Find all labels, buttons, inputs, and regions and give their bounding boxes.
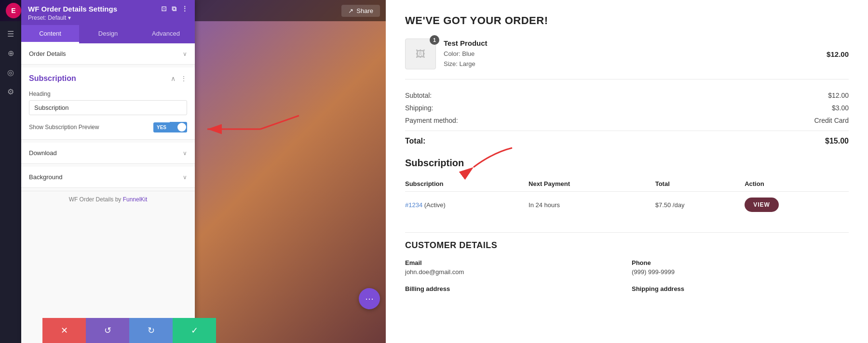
subscription-id-link[interactable]: #1234	[405, 201, 422, 209]
bottom-bar: ✕ ↺ ↻ ✓	[42, 318, 216, 343]
subscription-section: Subscription ∧ ⋮ Heading Show Subscripti…	[21, 67, 195, 140]
billing-label: Billing address	[405, 285, 622, 292]
download-section: Download ∨	[21, 143, 195, 164]
left-nav: ☰ ⊕ ◎ ⚙	[0, 21, 21, 343]
subscription-id-cell: #1234 (Active)	[405, 192, 529, 218]
subscription-arrow	[445, 143, 522, 182]
nav-icon-3[interactable]: ◎	[2, 64, 19, 81]
col-action: Action	[745, 176, 849, 192]
share-icon: ↗	[348, 7, 353, 14]
panel-title-icons: ⊡ ⧉ ⋮	[161, 5, 188, 13]
panel-content: Order Details ∨ Subscription ∧ ⋮ Heading	[21, 43, 195, 343]
col-next-payment: Next Payment	[529, 176, 655, 192]
tab-advanced[interactable]: Advanced	[137, 25, 195, 43]
product-image-placeholder-icon: 🖼	[416, 49, 425, 60]
subtotal-row: Subtotal: $12.00	[405, 89, 849, 102]
subscription-heading-wrapper: Subscription	[405, 158, 464, 169]
tab-content[interactable]: Content	[21, 25, 79, 43]
subtotal-value: $12.00	[828, 92, 849, 99]
panel-preset[interactable]: Preset: Default ▾	[28, 14, 188, 21]
subtotal-label: Subtotal:	[405, 92, 432, 99]
background-chevron-icon: ∨	[183, 174, 187, 181]
size-value: Large	[460, 60, 475, 67]
payment-row: Payment method: Credit Card	[405, 114, 849, 127]
download-section-header[interactable]: Download ∨	[29, 149, 187, 157]
phone-field: Phone (999) 999-9999	[632, 259, 849, 276]
settings-panel: WF Order Details Settings ⊡ ⧉ ⋮ Preset: …	[21, 0, 195, 343]
phone-label: Phone	[632, 259, 849, 266]
editor-panel: E ⊡ ⧉ ⋮ ↗ Share ☰ ⊕ ◎ ⚙ WF Order Details…	[0, 0, 386, 343]
show-preview-row: Show Subscription Preview YES	[29, 122, 187, 132]
panel-tabs: Content Design Advanced	[21, 25, 195, 43]
total-cell: $7.50 /day	[655, 192, 745, 218]
elementor-logo: E	[6, 3, 21, 18]
panel-title-icon-crop[interactable]: ⊡	[161, 5, 167, 13]
product-info: Test Product Color: Blue Size: Large	[444, 39, 819, 69]
color-label: Color:	[444, 50, 461, 57]
save-button[interactable]: ✓	[173, 318, 216, 343]
toggle-yes-label: YES	[153, 122, 170, 132]
right-panel: WE'VE GOT YOUR ORDER! 🖼 1 Test Product C…	[386, 0, 868, 343]
toggle-wrapper[interactable]: YES	[153, 122, 187, 132]
nav-icon-4[interactable]: ⚙	[2, 83, 19, 100]
view-button[interactable]: VIEW	[745, 198, 779, 212]
product-name: Test Product	[444, 39, 819, 47]
subscription-table: Subscription Next Payment Total Action #…	[405, 176, 849, 218]
panel-title-icon-expand[interactable]: ⧉	[172, 5, 176, 13]
panel-header: WF Order Details Settings ⊡ ⧉ ⋮ Preset: …	[21, 0, 195, 25]
action-cell: VIEW	[745, 192, 849, 218]
nav-icon-2[interactable]: ⊕	[2, 44, 19, 62]
order-details-chevron-icon: ∨	[183, 51, 187, 57]
subscription-menu-icon[interactable]: ⋮	[180, 75, 187, 82]
share-button[interactable]: ↗ Share	[341, 5, 380, 17]
shipping-value: $3.00	[832, 104, 849, 112]
customer-grid: Email john.doe@gmail.com Phone (999) 999…	[405, 259, 849, 294]
shipping-label: Shipping:	[405, 104, 433, 112]
order-details-header[interactable]: Order Details ∨	[29, 50, 187, 57]
subscription-chevron-up-icon[interactable]: ∧	[171, 75, 176, 82]
redo-button[interactable]: ↻	[129, 318, 173, 343]
shipping-field: Shipping address	[632, 285, 849, 294]
product-meta: Color: Blue Size: Large	[444, 49, 819, 69]
color-value: Blue	[462, 50, 475, 57]
customer-heading: CUSTOMER DETAILS	[405, 240, 849, 251]
panel-title: WF Order Details Settings ⊡ ⧉ ⋮	[28, 5, 188, 13]
subscription-controls: ∧ ⋮	[171, 75, 187, 82]
cancel-button[interactable]: ✕	[42, 318, 86, 343]
heading-field-label: Heading	[29, 91, 187, 97]
undo-button[interactable]: ↺	[86, 318, 129, 343]
email-value: john.doe@gmail.com	[405, 268, 622, 276]
product-quantity-badge: 1	[430, 35, 439, 45]
email-field: Email john.doe@gmail.com	[405, 259, 622, 276]
product-price: $12.00	[827, 50, 849, 58]
divider	[405, 232, 849, 233]
heading-field: Heading	[29, 91, 187, 115]
shipping-row: Shipping: $3.00	[405, 102, 849, 114]
funnelkit-link[interactable]: FunnelKit	[123, 196, 148, 203]
product-row: 🖼 1 Test Product Color: Blue Size: Large…	[405, 39, 849, 79]
panel-title-icon-menu[interactable]: ⋮	[181, 5, 188, 13]
heading-input[interactable]	[29, 100, 187, 115]
nav-icon-1[interactable]: ☰	[2, 25, 19, 42]
tab-design[interactable]: Design	[79, 25, 137, 43]
toggle-knob	[177, 123, 186, 132]
next-payment-cell: In 24 hours	[529, 192, 655, 218]
col-total: Total	[655, 176, 745, 192]
subscription-status: (Active)	[424, 201, 446, 209]
floating-menu-button[interactable]: ⋯	[359, 288, 380, 309]
subscription-section-header: Subscription ∧ ⋮	[29, 74, 187, 83]
download-chevron-icon: ∨	[183, 150, 187, 157]
panel-footer: WF Order Details by FunnelKit	[21, 191, 195, 208]
payment-method-value: Credit Card	[814, 117, 849, 124]
shipping-label: Shipping address	[632, 285, 849, 292]
email-label: Email	[405, 259, 622, 266]
toggle-switch[interactable]	[170, 122, 187, 132]
product-image: 🖼 1	[405, 39, 436, 69]
payment-method-label: Payment method:	[405, 117, 458, 124]
subscription-row: #1234 (Active) In 24 hours $7.50 /day VI…	[405, 192, 849, 218]
order-details-section: Order Details ∨	[21, 43, 195, 65]
order-header: WE'VE GOT YOUR ORDER!	[405, 14, 849, 27]
preset-chevron-icon: ▾	[68, 14, 71, 21]
show-preview-label: Show Subscription Preview	[29, 124, 99, 131]
background-section-header[interactable]: Background ∨	[29, 173, 187, 181]
